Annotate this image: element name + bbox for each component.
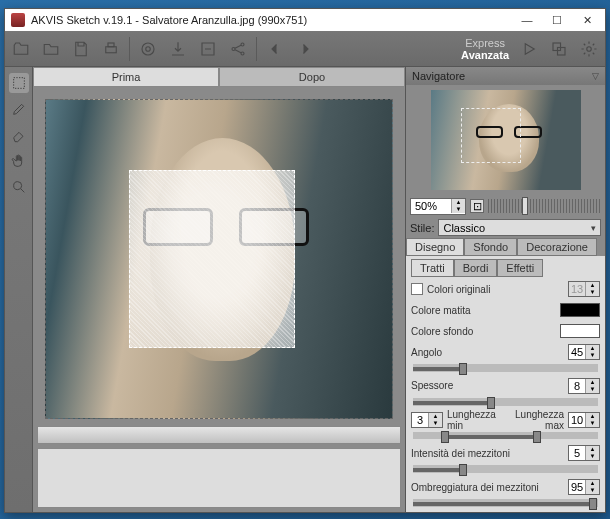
bg-color-swatch[interactable] [560,324,600,338]
max-length-input[interactable]: 10▲▼ [568,412,600,428]
length-row: 3▲▼ Lunghezza min Lunghezza max 10▲▼ [411,411,600,429]
length-range-slider[interactable] [413,432,598,440]
left-toolbar [5,67,33,512]
shading-input[interactable]: 95▲▼ [568,479,600,495]
main-area: Prima Dopo Navigatore ▽ [5,67,605,512]
tab-after[interactable]: Dopo [219,67,405,87]
main-toolbar: Express Avanzata [5,31,605,67]
play-icon[interactable] [517,37,541,61]
app-icon [11,13,25,27]
main-subtabs: Disegno Sfondo Decorazione [406,238,605,256]
min-length-input[interactable]: 3▲▼ [411,412,443,428]
angle-input[interactable]: 45▲▼ [568,344,600,360]
shading-slider[interactable] [413,499,598,507]
export-icon[interactable] [166,37,190,61]
zoom-tool-icon[interactable] [9,177,29,197]
batch-icon[interactable] [547,37,571,61]
shading-label: Ombreggiatura dei mezzitoni [411,482,564,493]
pencil-color-label: Colore matita [411,305,556,316]
center-panel: Prima Dopo [33,67,405,512]
eraser-tool-icon[interactable] [9,125,29,145]
thickness-label: Spessore [411,380,564,391]
navigator-thumbnail[interactable] [406,85,605,195]
svg-point-5 [241,43,244,46]
image-preview [45,99,393,419]
angle-row: Angolo 45▲▼ [411,343,600,361]
tab-sfondo[interactable]: Sfondo [464,238,517,256]
tab-tratti[interactable]: Tratti [411,259,454,277]
angle-slider[interactable] [413,364,598,372]
redo-icon[interactable] [293,37,317,61]
svg-point-3 [146,46,151,51]
midtones-row: Intensità dei mezzitoni 5▲▼ [411,444,600,462]
bg-color-row: Colore sfondo [411,322,600,340]
tab-effetti[interactable]: Effetti [497,259,543,277]
open-icon[interactable] [9,37,33,61]
svg-point-4 [232,47,235,50]
save-icon[interactable] [69,37,93,61]
svg-point-11 [13,182,21,190]
share-icon[interactable] [226,37,250,61]
application-window: AKVIS Sketch v.19.1 - Salvatore Aranzull… [4,8,606,513]
zoom-slider[interactable] [488,199,601,213]
original-colors-value: 13▲▼ [568,281,600,297]
thickness-slider[interactable] [413,398,598,406]
maximize-button[interactable]: ☐ [545,11,569,29]
close-button[interactable]: ✕ [575,11,599,29]
collapse-icon[interactable]: ▽ [592,71,599,81]
preview-selection[interactable] [129,170,295,348]
open-folder-icon[interactable] [39,37,63,61]
shading-row: Ombreggiatura dei mezzitoni 95▲▼ [411,478,600,496]
zoom-value: 50% [411,200,451,212]
dropdown-icon: ▾ [591,223,596,233]
canvas[interactable] [33,87,405,422]
mode-advanced[interactable]: Avanzata [461,49,509,61]
tab-bordi[interactable]: Bordi [454,259,498,277]
thickness-input[interactable]: 8▲▼ [568,378,600,394]
svg-point-6 [241,52,244,55]
zoom-controls: 50% ▲▼ ⊡ [406,195,605,217]
pencil-tool-icon[interactable] [9,99,29,119]
navigator-header: Navigatore ▽ [406,67,605,85]
tab-disegno[interactable]: Disegno [406,238,464,256]
svg-rect-8 [558,47,566,55]
original-colors-row: Colori originali 13▲▼ [411,280,600,298]
horizontal-scrollbar[interactable] [37,426,401,444]
undo-icon[interactable] [263,37,287,61]
run-icon[interactable] [136,37,160,61]
zoom-fit-icon[interactable]: ⊡ [470,199,484,213]
zoom-stepper[interactable]: ▲▼ [451,199,465,213]
midtones-slider[interactable] [413,465,598,473]
thickness-row: Spessore 8▲▼ [411,377,600,395]
tab-before[interactable]: Prima [33,67,219,87]
style-label: Stile: [410,222,434,234]
style-row: Stile: Classico ▾ [406,217,605,238]
pencil-color-row: Colore matita [411,301,600,319]
print-icon[interactable] [99,37,123,61]
pencil-color-swatch[interactable] [560,303,600,317]
svg-point-9 [587,46,592,51]
navigator-title: Navigatore [412,70,465,82]
angle-label: Angolo [411,347,564,358]
zoom-input[interactable]: 50% ▲▼ [410,198,466,215]
settings-icon[interactable] [577,37,601,61]
midtones-input[interactable]: 5▲▼ [568,445,600,461]
tab-decorazione[interactable]: Decorazione [517,238,597,256]
style-select[interactable]: Classico ▾ [438,219,601,236]
hand-tool-icon[interactable] [9,151,29,171]
preview-tool-icon[interactable] [9,73,29,93]
titlebar: AKVIS Sketch v.19.1 - Salvatore Aranzull… [5,9,605,31]
min-length-label: Lunghezza min [447,409,496,431]
midtones-label: Intensità dei mezzitoni [411,448,564,459]
before-after-tabs: Prima Dopo [33,67,405,87]
bg-color-label: Colore sfondo [411,326,556,337]
minimize-button[interactable]: — [515,11,539,29]
import-preset-icon[interactable] [196,37,220,61]
timeline-strip[interactable] [37,448,401,508]
separator [256,37,257,61]
mode-switch[interactable]: Express Avanzata [461,37,511,61]
window-title: AKVIS Sketch v.19.1 - Salvatore Aranzull… [31,14,509,26]
mode-express[interactable]: Express [465,37,505,49]
original-colors-checkbox[interactable] [411,283,423,295]
inner-subtabs: Tratti Bordi Effetti [411,259,600,277]
